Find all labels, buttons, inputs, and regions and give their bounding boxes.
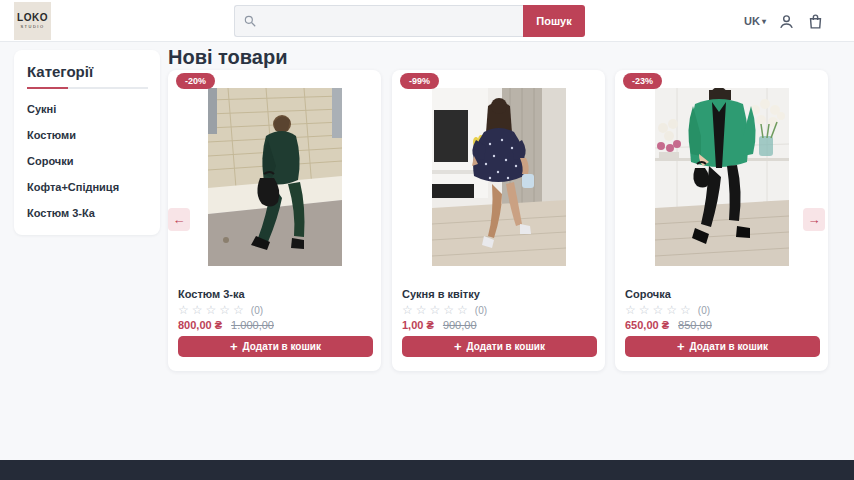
price-old: 1.000,00 <box>231 319 274 331</box>
language-label: UK <box>744 15 760 27</box>
discount-badge: -23% <box>623 73 662 89</box>
product-image-green-shirt <box>655 88 789 266</box>
stars: ☆☆☆☆☆ <box>178 303 247 317</box>
add-to-cart-button[interactable]: + Додати в кошик <box>178 336 373 357</box>
cart-icon[interactable] <box>807 13 824 30</box>
sidebar-item-top-skirt[interactable]: Кофта+Спідниця <box>27 181 148 193</box>
categories-sidebar: Категорії Сукні Костюми Сорочки Кофта+Сп… <box>14 50 160 235</box>
stars: ☆☆☆☆☆ <box>625 303 694 317</box>
product-name[interactable]: Сорочка <box>625 288 671 300</box>
sidebar-title: Категорії <box>27 63 148 80</box>
header: LOKO STUDIO Пошук UK ▾ <box>0 0 854 42</box>
add-to-cart-label: Додати в кошик <box>243 341 321 352</box>
product-card[interactable]: -20% Костюм 3 <box>168 70 381 371</box>
language-switcher[interactable]: UK ▾ <box>744 15 766 27</box>
product-image-floral-dress <box>432 88 566 266</box>
product-card[interactable]: -99% Су <box>392 70 605 371</box>
price-current: 1,00 ₴ <box>402 319 434 331</box>
footer-bar <box>0 460 854 480</box>
plus-icon: + <box>230 342 238 352</box>
carousel-prev-button[interactable]: ← <box>168 208 190 231</box>
rating-stars: ☆☆☆☆☆(0) <box>625 303 710 317</box>
plus-icon: + <box>454 342 462 352</box>
logo-subtitle: STUDIO <box>20 24 44 29</box>
price-current: 650,00 ₴ <box>625 319 669 331</box>
price-row: 1,00 ₴ 900,00 <box>402 319 477 331</box>
arrow-left-icon: ← <box>173 212 186 227</box>
product-image-suit-3-piece <box>208 88 342 266</box>
page-title: Нові товари <box>168 46 287 69</box>
plus-icon: + <box>677 342 685 352</box>
user-account-icon[interactable] <box>778 13 795 30</box>
rating-stars: ☆☆☆☆☆(0) <box>178 303 263 317</box>
search-input-wrap <box>234 5 523 37</box>
photo-kitchen-scene <box>655 88 789 266</box>
logo-title: LOKO <box>17 13 48 23</box>
search-icon <box>243 14 257 28</box>
header-controls: UK ▾ <box>744 0 824 42</box>
price-current: 800,00 ₴ <box>178 319 222 331</box>
add-to-cart-label: Додати в кошик <box>467 341 545 352</box>
photo-street-scene <box>208 88 342 266</box>
price-row: 650,00 ₴ 850,00 <box>625 319 712 331</box>
rating-count: (0) <box>251 305 263 316</box>
sidebar-item-dresses[interactable]: Сукні <box>27 103 148 115</box>
rating-count: (0) <box>698 305 710 316</box>
sidebar-item-shirts[interactable]: Сорочки <box>27 155 148 167</box>
discount-badge: -99% <box>400 73 439 89</box>
product-card[interactable]: -23% Сорочка ☆☆☆☆☆( <box>615 70 828 371</box>
search-input[interactable] <box>235 6 523 36</box>
rating-stars: ☆☆☆☆☆(0) <box>402 303 487 317</box>
chevron-down-icon: ▾ <box>762 17 766 26</box>
stars: ☆☆☆☆☆ <box>402 303 471 317</box>
discount-badge: -20% <box>176 73 215 89</box>
product-name[interactable]: Костюм 3-ка <box>178 288 245 300</box>
add-to-cart-button[interactable]: + Додати в кошик <box>402 336 597 357</box>
sidebar-divider <box>27 87 148 89</box>
search-bar: Пошук <box>234 5 585 37</box>
rating-count: (0) <box>475 305 487 316</box>
carousel-next-button[interactable]: → <box>803 208 825 231</box>
sidebar-item-suits[interactable]: Костюми <box>27 129 148 141</box>
add-to-cart-label: Додати в кошик <box>690 341 768 352</box>
price-row: 800,00 ₴ 1.000,00 <box>178 319 274 331</box>
sidebar-item-suit-3piece[interactable]: Костюм 3-Ка <box>27 207 148 219</box>
photo-interior-scene <box>432 88 566 266</box>
arrow-right-icon: → <box>808 212 821 227</box>
logo[interactable]: LOKO STUDIO <box>14 2 51 40</box>
add-to-cart-button[interactable]: + Додати в кошик <box>625 336 820 357</box>
price-old: 900,00 <box>443 319 477 331</box>
product-name[interactable]: Сукня в квітку <box>402 288 480 300</box>
search-button[interactable]: Пошук <box>523 5 585 37</box>
price-old: 850,00 <box>678 319 712 331</box>
